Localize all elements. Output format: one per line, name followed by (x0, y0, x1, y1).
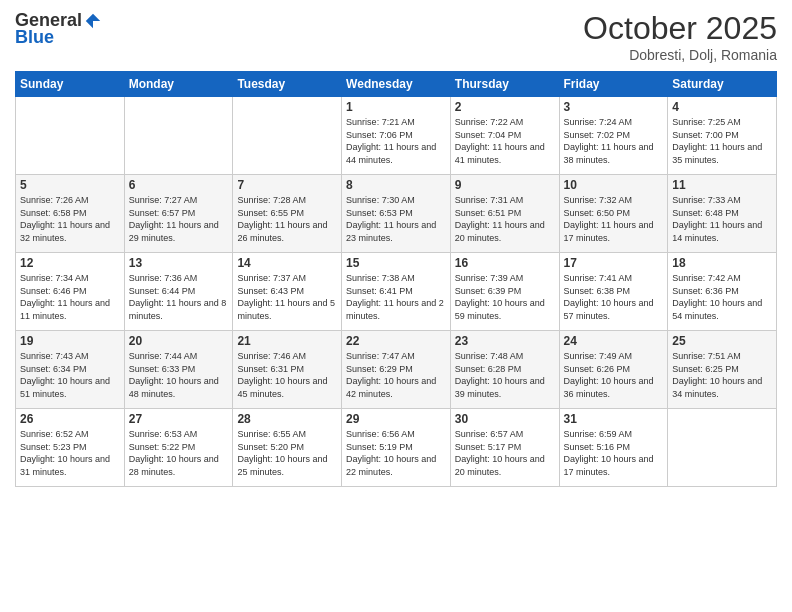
weekday-header-row: SundayMondayTuesdayWednesdayThursdayFrid… (16, 72, 777, 97)
svg-marker-0 (86, 13, 100, 27)
weekday-header-saturday: Saturday (668, 72, 777, 97)
day-number: 11 (672, 178, 772, 192)
day-cell: 1Sunrise: 7:21 AM Sunset: 7:06 PM Daylig… (342, 97, 451, 175)
weekday-header-tuesday: Tuesday (233, 72, 342, 97)
day-number: 13 (129, 256, 229, 270)
day-number: 7 (237, 178, 337, 192)
day-info: Sunrise: 7:21 AM Sunset: 7:06 PM Dayligh… (346, 116, 446, 166)
weekday-header-wednesday: Wednesday (342, 72, 451, 97)
month-title: October 2025 (583, 10, 777, 47)
day-cell: 4Sunrise: 7:25 AM Sunset: 7:00 PM Daylig… (668, 97, 777, 175)
day-cell: 20Sunrise: 7:44 AM Sunset: 6:33 PM Dayli… (124, 331, 233, 409)
day-info: Sunrise: 7:22 AM Sunset: 7:04 PM Dayligh… (455, 116, 555, 166)
day-info: Sunrise: 7:48 AM Sunset: 6:28 PM Dayligh… (455, 350, 555, 400)
day-number: 12 (20, 256, 120, 270)
day-cell: 9Sunrise: 7:31 AM Sunset: 6:51 PM Daylig… (450, 175, 559, 253)
day-info: Sunrise: 7:36 AM Sunset: 6:44 PM Dayligh… (129, 272, 229, 322)
day-info: Sunrise: 7:42 AM Sunset: 6:36 PM Dayligh… (672, 272, 772, 322)
day-number: 19 (20, 334, 120, 348)
day-info: Sunrise: 7:28 AM Sunset: 6:55 PM Dayligh… (237, 194, 337, 244)
weekday-header-thursday: Thursday (450, 72, 559, 97)
day-cell: 23Sunrise: 7:48 AM Sunset: 6:28 PM Dayli… (450, 331, 559, 409)
day-number: 27 (129, 412, 229, 426)
weekday-header-monday: Monday (124, 72, 233, 97)
day-number: 22 (346, 334, 446, 348)
day-cell: 24Sunrise: 7:49 AM Sunset: 6:26 PM Dayli… (559, 331, 668, 409)
header: General Blue October 2025 Dobresti, Dolj… (15, 10, 777, 63)
day-cell: 10Sunrise: 7:32 AM Sunset: 6:50 PM Dayli… (559, 175, 668, 253)
day-cell: 28Sunrise: 6:55 AM Sunset: 5:20 PM Dayli… (233, 409, 342, 487)
day-info: Sunrise: 7:30 AM Sunset: 6:53 PM Dayligh… (346, 194, 446, 244)
day-info: Sunrise: 7:31 AM Sunset: 6:51 PM Dayligh… (455, 194, 555, 244)
day-info: Sunrise: 6:53 AM Sunset: 5:22 PM Dayligh… (129, 428, 229, 478)
day-cell (233, 97, 342, 175)
week-row-2: 5Sunrise: 7:26 AM Sunset: 6:58 PM Daylig… (16, 175, 777, 253)
day-info: Sunrise: 7:32 AM Sunset: 6:50 PM Dayligh… (564, 194, 664, 244)
day-cell: 2Sunrise: 7:22 AM Sunset: 7:04 PM Daylig… (450, 97, 559, 175)
day-number: 10 (564, 178, 664, 192)
day-cell (124, 97, 233, 175)
day-info: Sunrise: 7:44 AM Sunset: 6:33 PM Dayligh… (129, 350, 229, 400)
day-info: Sunrise: 7:38 AM Sunset: 6:41 PM Dayligh… (346, 272, 446, 322)
logo: General Blue (15, 10, 102, 48)
day-cell: 8Sunrise: 7:30 AM Sunset: 6:53 PM Daylig… (342, 175, 451, 253)
day-cell: 13Sunrise: 7:36 AM Sunset: 6:44 PM Dayli… (124, 253, 233, 331)
day-cell: 22Sunrise: 7:47 AM Sunset: 6:29 PM Dayli… (342, 331, 451, 409)
day-info: Sunrise: 6:59 AM Sunset: 5:16 PM Dayligh… (564, 428, 664, 478)
day-info: Sunrise: 6:56 AM Sunset: 5:19 PM Dayligh… (346, 428, 446, 478)
day-info: Sunrise: 7:43 AM Sunset: 6:34 PM Dayligh… (20, 350, 120, 400)
week-row-3: 12Sunrise: 7:34 AM Sunset: 6:46 PM Dayli… (16, 253, 777, 331)
day-number: 6 (129, 178, 229, 192)
day-info: Sunrise: 7:51 AM Sunset: 6:25 PM Dayligh… (672, 350, 772, 400)
day-number: 9 (455, 178, 555, 192)
day-number: 31 (564, 412, 664, 426)
day-info: Sunrise: 7:49 AM Sunset: 6:26 PM Dayligh… (564, 350, 664, 400)
day-cell: 15Sunrise: 7:38 AM Sunset: 6:41 PM Dayli… (342, 253, 451, 331)
day-info: Sunrise: 7:41 AM Sunset: 6:38 PM Dayligh… (564, 272, 664, 322)
day-number: 1 (346, 100, 446, 114)
day-info: Sunrise: 7:39 AM Sunset: 6:39 PM Dayligh… (455, 272, 555, 322)
day-number: 24 (564, 334, 664, 348)
day-cell (668, 409, 777, 487)
day-info: Sunrise: 7:47 AM Sunset: 6:29 PM Dayligh… (346, 350, 446, 400)
day-cell: 11Sunrise: 7:33 AM Sunset: 6:48 PM Dayli… (668, 175, 777, 253)
calendar-page: General Blue October 2025 Dobresti, Dolj… (0, 0, 792, 612)
day-number: 20 (129, 334, 229, 348)
week-row-5: 26Sunrise: 6:52 AM Sunset: 5:23 PM Dayli… (16, 409, 777, 487)
day-cell: 30Sunrise: 6:57 AM Sunset: 5:17 PM Dayli… (450, 409, 559, 487)
day-info: Sunrise: 7:25 AM Sunset: 7:00 PM Dayligh… (672, 116, 772, 166)
title-block: October 2025 Dobresti, Dolj, Romania (583, 10, 777, 63)
day-cell (16, 97, 125, 175)
day-cell: 16Sunrise: 7:39 AM Sunset: 6:39 PM Dayli… (450, 253, 559, 331)
day-cell: 19Sunrise: 7:43 AM Sunset: 6:34 PM Dayli… (16, 331, 125, 409)
day-info: Sunrise: 6:55 AM Sunset: 5:20 PM Dayligh… (237, 428, 337, 478)
day-info: Sunrise: 7:46 AM Sunset: 6:31 PM Dayligh… (237, 350, 337, 400)
day-cell: 5Sunrise: 7:26 AM Sunset: 6:58 PM Daylig… (16, 175, 125, 253)
day-number: 8 (346, 178, 446, 192)
day-number: 14 (237, 256, 337, 270)
day-number: 4 (672, 100, 772, 114)
day-number: 29 (346, 412, 446, 426)
day-cell: 31Sunrise: 6:59 AM Sunset: 5:16 PM Dayli… (559, 409, 668, 487)
location-subtitle: Dobresti, Dolj, Romania (583, 47, 777, 63)
day-number: 23 (455, 334, 555, 348)
day-number: 2 (455, 100, 555, 114)
day-cell: 18Sunrise: 7:42 AM Sunset: 6:36 PM Dayli… (668, 253, 777, 331)
day-info: Sunrise: 7:34 AM Sunset: 6:46 PM Dayligh… (20, 272, 120, 322)
day-cell: 14Sunrise: 7:37 AM Sunset: 6:43 PM Dayli… (233, 253, 342, 331)
week-row-4: 19Sunrise: 7:43 AM Sunset: 6:34 PM Dayli… (16, 331, 777, 409)
day-cell: 7Sunrise: 7:28 AM Sunset: 6:55 PM Daylig… (233, 175, 342, 253)
day-number: 26 (20, 412, 120, 426)
week-row-1: 1Sunrise: 7:21 AM Sunset: 7:06 PM Daylig… (16, 97, 777, 175)
day-cell: 29Sunrise: 6:56 AM Sunset: 5:19 PM Dayli… (342, 409, 451, 487)
day-number: 5 (20, 178, 120, 192)
calendar-table: SundayMondayTuesdayWednesdayThursdayFrid… (15, 71, 777, 487)
logo-icon (84, 12, 102, 30)
day-number: 18 (672, 256, 772, 270)
day-info: Sunrise: 7:27 AM Sunset: 6:57 PM Dayligh… (129, 194, 229, 244)
day-info: Sunrise: 6:52 AM Sunset: 5:23 PM Dayligh… (20, 428, 120, 478)
day-info: Sunrise: 7:33 AM Sunset: 6:48 PM Dayligh… (672, 194, 772, 244)
day-number: 25 (672, 334, 772, 348)
day-info: Sunrise: 7:24 AM Sunset: 7:02 PM Dayligh… (564, 116, 664, 166)
day-cell: 17Sunrise: 7:41 AM Sunset: 6:38 PM Dayli… (559, 253, 668, 331)
